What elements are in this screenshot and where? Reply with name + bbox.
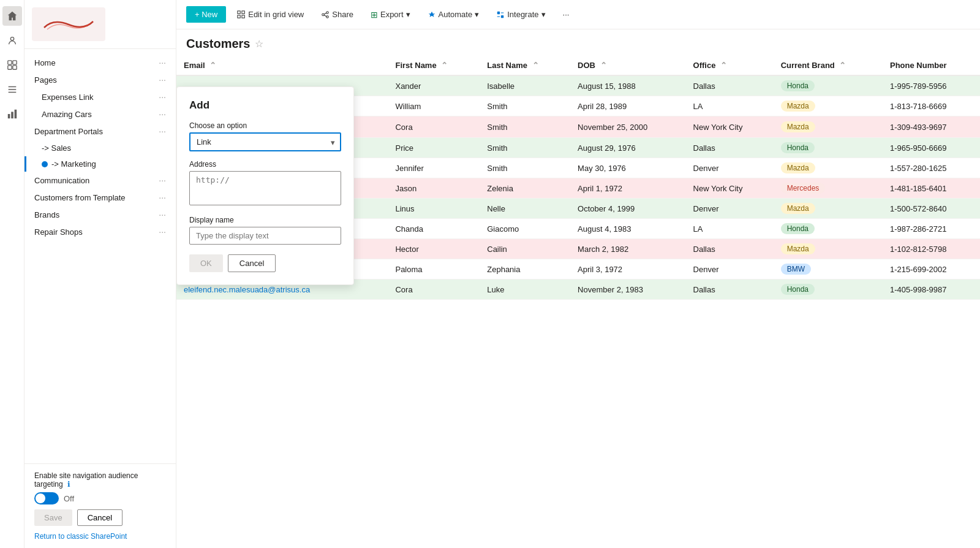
option-select[interactable]: Link Page Document Image Web Address [190,134,340,150]
svg-point-13 [322,13,325,16]
sidebar-dots-repair: ··· [159,227,166,237]
sidebar-item-dept-portals[interactable]: Department Portals ··· [24,123,176,140]
info-icon: ℹ [67,480,70,489]
svg-rect-6 [11,112,13,118]
more-button[interactable]: ··· [557,7,576,22]
sidebar-item-dept-label: Department Portals [34,127,159,136]
address-form-group: Address [189,160,341,207]
sidebar-item-home-label: Home [34,58,159,67]
sidebar-item-cars-label: Amazing Cars [42,110,159,119]
svg-rect-5 [7,114,10,118]
people-rail-icon[interactable] [2,31,22,50]
edit-grid-button[interactable]: Edit in grid view [231,7,310,22]
export-button[interactable]: ⊞ Export ▾ [364,7,417,23]
option-form-group: Choose an option Link Page Document Imag… [189,121,341,151]
ok-button[interactable]: OK [189,254,223,272]
automate-chevron: ▾ [475,10,479,19]
svg-rect-2 [12,61,16,64]
active-indicator [42,161,48,167]
sidebar-item-marketing[interactable]: -> Marketing [24,156,176,172]
option-select-wrapper: Link Page Document Image Web Address ▾ [189,132,341,151]
save-button[interactable]: Save [34,509,72,526]
add-modal: Add Choose an option Link Page Document … [176,86,354,285]
display-name-label: Display name [189,216,341,224]
modal-actions: OK Cancel [189,254,341,272]
export-label: Export [380,10,404,19]
page-title: Customers [186,37,250,51]
sidebar-item-brands[interactable]: Brands ··· [24,206,176,223]
sidebar-dots-pages: ··· [159,75,166,85]
sidebar-cancel-button[interactable]: Cancel [77,509,123,526]
modal-title: Add [189,99,341,112]
svg-rect-1 [7,61,11,64]
share-label: Share [332,10,353,19]
grid-icon [237,10,246,19]
display-name-form-group: Display name [189,216,341,245]
home-rail-icon[interactable] [2,6,22,26]
new-button[interactable]: + New [186,6,226,23]
svg-rect-9 [242,10,244,13]
sidebar-item-amazing-cars[interactable]: Amazing Cars ··· [24,105,176,123]
automate-button[interactable]: Automate ▾ [421,7,486,22]
integrate-icon [496,10,505,19]
sidebar-item-repair[interactable]: Repair Shops ··· [24,223,176,240]
svg-rect-4 [12,66,16,69]
svg-rect-3 [7,66,11,69]
svg-rect-18 [501,15,503,17]
sidebar-dots-ct: ··· [159,192,166,202]
display-name-input[interactable] [189,227,341,245]
sidebar-item-marketing-label: -> Marketing [51,159,166,169]
sidebar-item-home[interactable]: Home ··· [24,54,176,71]
address-label: Address [189,160,341,169]
export-chevron: ▾ [406,10,410,19]
sidebar-logo [24,0,176,49]
sidebar-item-communication[interactable]: Communication ··· [24,172,176,189]
sidebar-item-expenses[interactable]: Expenses Link ··· [24,88,176,105]
sidebar-item-repair-label: Repair Shops [34,227,159,237]
svg-line-15 [324,13,326,14]
sidebar-item-sales-label: -> Sales [42,143,166,153]
sidebar-item-sales[interactable]: -> Sales [24,140,176,156]
sidebar-item-pages-label: Pages [34,75,159,85]
svg-rect-7 [14,110,17,118]
integrate-label: Integrate [507,10,538,19]
cancel-button[interactable]: Cancel [228,254,276,272]
share-icon [321,10,330,19]
return-classic-link[interactable]: Return to classic SharePoint [34,532,166,541]
audience-toggle[interactable] [34,492,59,504]
sidebar-dots-brands: ··· [159,210,166,219]
icon-rail [0,0,24,548]
svg-point-14 [326,15,329,18]
integrate-button[interactable]: Integrate ▾ [490,7,551,22]
automate-label: Automate [439,10,473,19]
option-label: Choose an option [189,121,341,130]
page-header: Customers ☆ [176,29,980,56]
modal-overlay: Add Choose an option Link Page Document … [176,56,980,548]
svg-line-16 [324,15,326,16]
toggle-label: Off [64,494,74,503]
sidebar-item-expenses-label: Expenses Link [42,93,159,102]
share-button[interactable]: Share [315,7,360,22]
sidebar-save-row: Save Cancel [34,509,166,526]
sidebar-item-customers-template[interactable]: Customers from Template ··· [24,189,176,206]
svg-rect-8 [238,10,240,13]
list-rail-icon[interactable] [2,80,22,99]
address-input[interactable] [189,171,341,205]
main-content: + New Edit in grid view Share ⊞ Export ▾… [176,0,980,548]
sidebar-dots-comm: ··· [159,175,166,185]
grid-rail-icon[interactable] [2,55,22,75]
toolbar: + New Edit in grid view Share ⊞ Export ▾… [176,0,980,29]
excel-icon: ⊞ [371,10,378,20]
chart-rail-icon[interactable] [2,104,22,124]
sidebar-item-brands-label: Brands [34,210,159,219]
sidebar-nav: Home ··· Pages ··· Expenses Link ··· Ama… [24,49,176,463]
favorite-star-icon[interactable]: ☆ [255,38,263,50]
svg-rect-11 [242,15,244,17]
brand-logo [32,7,105,41]
sidebar-item-pages[interactable]: Pages ··· [24,71,176,88]
automate-icon [428,10,436,19]
edit-grid-label: Edit in grid view [248,10,304,19]
svg-point-12 [326,11,329,13]
sidebar-dots-dept: ··· [159,126,166,136]
sidebar-item-ct-label: Customers from Template [34,193,159,202]
